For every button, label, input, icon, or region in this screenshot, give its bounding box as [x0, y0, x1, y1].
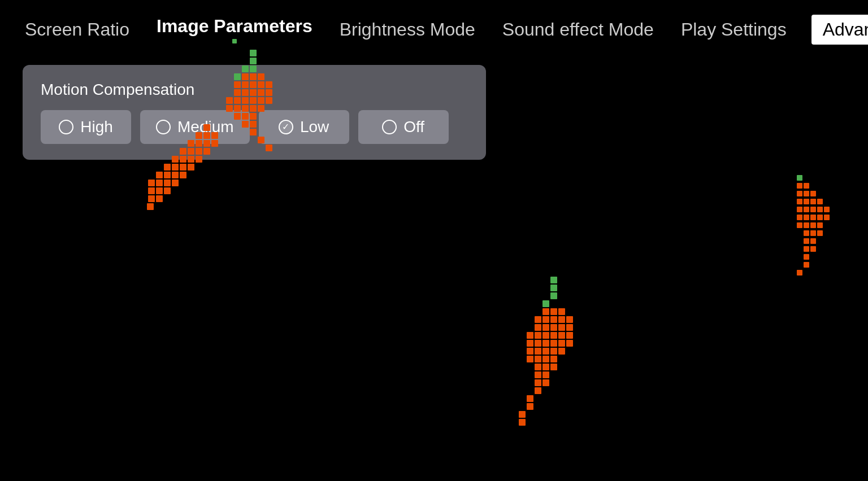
svg-rect-3	[242, 65, 249, 72]
svg-rect-128	[804, 199, 809, 204]
nav-play-settings[interactable]: Play Settings	[679, 15, 789, 45]
svg-rect-105	[527, 356, 533, 362]
svg-rect-14	[242, 89, 249, 96]
svg-rect-120	[519, 419, 526, 426]
svg-rect-22	[258, 97, 264, 104]
svg-rect-139	[817, 215, 823, 220]
svg-rect-103	[550, 348, 557, 355]
svg-rect-78	[535, 316, 541, 323]
svg-rect-39	[203, 132, 210, 139]
svg-rect-123	[804, 183, 809, 189]
svg-rect-5	[242, 73, 249, 80]
svg-rect-114	[535, 379, 541, 386]
svg-rect-113	[542, 371, 549, 378]
option-off[interactable]: Off	[358, 110, 449, 144]
svg-rect-130	[817, 199, 823, 204]
svg-rect-54	[172, 164, 179, 170]
svg-rect-81	[558, 316, 565, 323]
svg-rect-140	[824, 215, 830, 220]
svg-rect-153	[804, 262, 809, 268]
radio-high	[59, 120, 73, 134]
svg-rect-134	[817, 207, 823, 212]
svg-rect-55	[180, 164, 186, 170]
svg-rect-76	[550, 308, 557, 315]
svg-rect-145	[804, 230, 809, 236]
svg-rect-67	[164, 187, 171, 194]
nav-screen-ratio[interactable]: Screen Ratio	[23, 15, 132, 45]
svg-rect-129	[810, 199, 816, 204]
svg-rect-52	[196, 156, 202, 163]
svg-rect-63	[164, 180, 171, 186]
svg-rect-53	[164, 164, 171, 170]
chili-pepper-4	[791, 175, 868, 322]
svg-rect-99	[566, 340, 573, 347]
svg-rect-143	[810, 222, 816, 228]
svg-rect-4	[234, 73, 241, 80]
svg-rect-13	[234, 89, 241, 96]
svg-rect-154	[797, 270, 802, 276]
option-off-label: Off	[403, 118, 424, 136]
svg-rect-108	[550, 356, 557, 362]
svg-rect-106	[535, 356, 541, 362]
svg-rect-126	[810, 191, 816, 196]
svg-rect-57	[156, 172, 163, 178]
nav-advanced[interactable]: Advanced	[811, 15, 868, 45]
svg-rect-110	[542, 364, 549, 370]
svg-rect-131	[797, 207, 802, 212]
svg-rect-79	[542, 316, 549, 323]
svg-rect-37	[203, 124, 210, 131]
svg-rect-82	[566, 316, 573, 323]
option-high-label: High	[80, 118, 113, 136]
option-high[interactable]: High	[41, 110, 131, 144]
svg-rect-150	[804, 246, 809, 252]
svg-rect-124	[797, 191, 802, 196]
svg-rect-119	[519, 411, 526, 418]
svg-rect-125	[804, 191, 809, 196]
svg-rect-115	[542, 379, 549, 386]
svg-rect-23	[266, 97, 272, 104]
svg-rect-51	[188, 156, 194, 163]
svg-rect-102	[542, 348, 549, 355]
svg-rect-121	[797, 175, 802, 181]
chili-pepper-2	[147, 124, 271, 237]
svg-rect-111	[550, 364, 557, 370]
svg-rect-135	[824, 207, 830, 212]
nav-brightness-mode[interactable]: Brightness Mode	[337, 15, 478, 45]
svg-rect-17	[266, 89, 272, 96]
svg-rect-26	[242, 105, 249, 112]
svg-rect-100	[527, 348, 533, 355]
nav-image-parameters[interactable]: Image Parameters	[154, 11, 315, 48]
svg-rect-149	[810, 238, 816, 244]
svg-rect-38	[196, 132, 202, 139]
svg-rect-48	[203, 148, 210, 155]
svg-rect-50	[180, 156, 186, 163]
svg-rect-42	[196, 140, 202, 147]
svg-rect-56	[188, 164, 194, 170]
svg-rect-90	[542, 332, 549, 339]
svg-rect-109	[535, 364, 541, 370]
svg-rect-91	[550, 332, 557, 339]
svg-rect-136	[797, 215, 802, 220]
svg-rect-92	[558, 332, 565, 339]
svg-rect-25	[234, 105, 241, 112]
svg-rect-43	[203, 140, 210, 147]
svg-rect-95	[535, 340, 541, 347]
svg-rect-104	[558, 348, 565, 355]
svg-rect-46	[188, 148, 194, 155]
svg-rect-96	[542, 340, 549, 347]
svg-rect-86	[558, 324, 565, 331]
svg-rect-152	[804, 254, 809, 260]
svg-rect-18	[226, 97, 233, 104]
svg-rect-16	[258, 89, 264, 96]
svg-rect-97	[550, 340, 557, 347]
svg-rect-127	[797, 199, 802, 204]
option-low-label: Low	[300, 118, 329, 136]
svg-rect-7	[258, 73, 264, 80]
svg-rect-146	[810, 230, 816, 236]
nav-sound-effect-mode[interactable]: Sound effect Mode	[500, 15, 656, 45]
svg-rect-112	[535, 371, 541, 378]
svg-rect-21	[250, 97, 257, 104]
svg-rect-58	[164, 172, 171, 178]
svg-rect-11	[258, 81, 264, 88]
svg-rect-93	[566, 332, 573, 339]
